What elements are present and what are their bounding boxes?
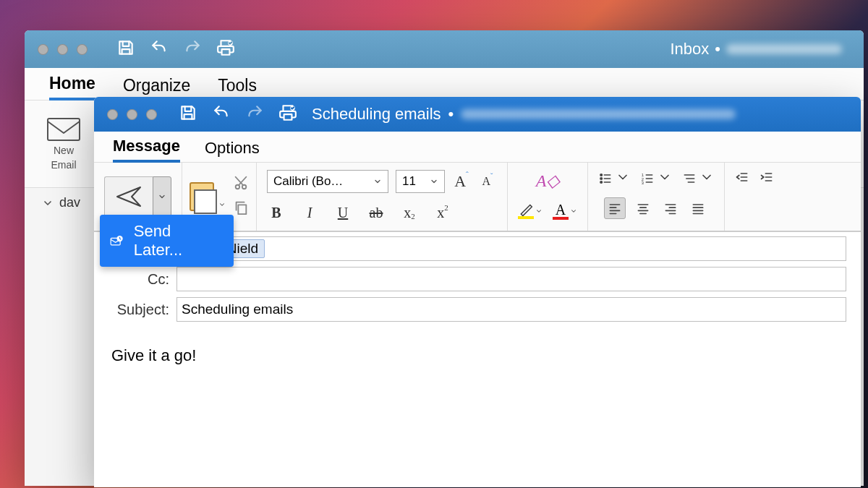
send-button[interactable] — [104, 176, 153, 217]
align-right-button[interactable] — [660, 198, 681, 218]
window-controls-front[interactable] — [107, 109, 157, 120]
align-center-button[interactable] — [633, 198, 653, 218]
shrink-font-button[interactable]: Aˇ — [478, 171, 497, 192]
save-icon[interactable] — [179, 103, 197, 125]
multilevel-list-button[interactable] — [682, 170, 714, 187]
close-dot[interactable] — [38, 44, 48, 55]
clipboard-icon — [190, 182, 214, 211]
justify-button[interactable] — [688, 198, 708, 218]
italic-button[interactable]: I — [300, 202, 319, 223]
bullets-button[interactable] — [598, 170, 630, 187]
underline-button[interactable]: U — [333, 202, 352, 223]
numbering-button[interactable]: 123 — [640, 170, 672, 187]
zoom-dot[interactable] — [77, 44, 88, 55]
svg-rect-3 — [284, 114, 292, 120]
send-later-menu-item[interactable]: Send Later... — [100, 215, 234, 267]
undo-icon[interactable] — [150, 38, 169, 60]
svg-rect-2 — [48, 119, 80, 140]
subject-field[interactable]: Scheduling emails — [176, 297, 846, 322]
window-controls[interactable] — [38, 44, 88, 55]
decrease-indent-button[interactable] — [735, 170, 749, 184]
font-name-select[interactable]: Calibri (Bo… — [267, 170, 388, 193]
print-icon[interactable] — [278, 103, 297, 125]
send-split-button[interactable] — [104, 176, 171, 217]
svg-text:3: 3 — [642, 181, 644, 185]
tab-message[interactable]: Message — [113, 137, 180, 163]
copy-button[interactable] — [233, 200, 249, 218]
account-name-blurred — [726, 44, 842, 54]
cc-label: Cc: — [94, 271, 176, 288]
ribbon: Send Later... Calibri (Bo… 11 — [94, 163, 861, 232]
redo-icon[interactable] — [183, 38, 202, 60]
highlight-button[interactable] — [518, 203, 542, 219]
subscript-button[interactable]: x2 — [400, 202, 419, 223]
align-left-button[interactable] — [604, 197, 626, 219]
superscript-button[interactable]: x2 — [433, 202, 452, 223]
minimize-dot[interactable] — [57, 44, 68, 55]
close-dot[interactable] — [107, 109, 118, 120]
zoom-dot[interactable] — [146, 109, 157, 120]
undo-icon[interactable] — [212, 103, 231, 125]
tab-home[interactable]: Home — [49, 74, 95, 100]
titlebar-back: Inbox • — [25, 30, 864, 68]
increase-indent-button[interactable] — [760, 170, 774, 184]
font-color-button[interactable]: A — [553, 202, 577, 220]
grow-font-button[interactable]: Aˆ — [452, 171, 471, 192]
send-dropdown-button[interactable] — [153, 176, 171, 217]
svg-point-11 — [600, 178, 603, 180]
svg-point-10 — [600, 174, 603, 176]
minimize-dot[interactable] — [127, 109, 137, 120]
titlebar-front: Scheduling emails • — [94, 97, 861, 132]
paste-button[interactable] — [190, 182, 226, 211]
window-title-back: Inbox — [670, 40, 709, 59]
compose-window: Scheduling emails • Message Options Send… — [94, 97, 861, 487]
to-field[interactable]: David Nield — [176, 236, 846, 261]
clear-formatting-button[interactable]: A◇ — [536, 170, 560, 192]
compose-title: Scheduling emails — [312, 105, 441, 124]
save-icon[interactable] — [116, 38, 135, 60]
print-icon[interactable] — [216, 38, 235, 60]
redo-icon[interactable] — [245, 103, 264, 125]
bold-button[interactable]: B — [267, 202, 286, 223]
font-size-select[interactable]: 11 — [396, 170, 445, 193]
tab-options[interactable]: Options — [205, 139, 260, 162]
svg-rect-0 — [222, 49, 230, 55]
compose-account-blurred — [461, 109, 736, 119]
cut-button[interactable] — [233, 175, 249, 194]
svg-rect-9 — [238, 205, 246, 214]
message-body[interactable]: Give it a go! — [94, 328, 861, 384]
subject-label: Subject: — [94, 301, 176, 318]
new-email-button[interactable]: New Email — [46, 117, 81, 171]
tabs-back: Home Organize Tools — [25, 68, 864, 100]
cc-field[interactable] — [176, 267, 846, 291]
strike-button[interactable]: ab — [367, 202, 386, 223]
svg-point-12 — [600, 181, 603, 184]
